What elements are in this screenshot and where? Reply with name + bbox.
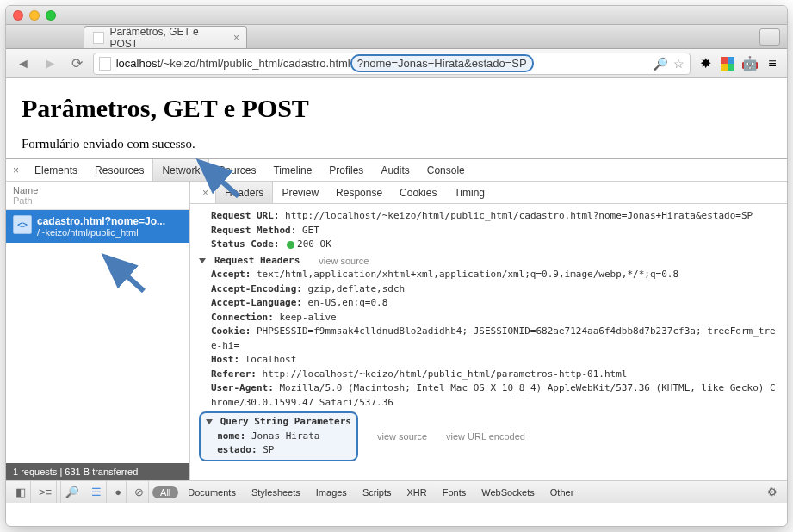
back-button[interactable]: ◄ (13, 56, 34, 71)
tab-close-icon[interactable]: × (233, 32, 239, 44)
filter-other[interactable]: Other (544, 487, 580, 498)
request-method-label: Request Method: (211, 225, 296, 236)
svg-rect-3 (728, 64, 734, 71)
subtab-response[interactable]: Response (327, 182, 391, 203)
record-button[interactable]: ● (110, 481, 127, 503)
request-row[interactable]: <> cadastro.html?nome=Jo... /~keizo/html… (6, 210, 189, 243)
zoom-window-button[interactable] (46, 10, 56, 21)
preserve-log-button[interactable]: ☰ (87, 481, 107, 503)
tab-console[interactable]: Console (418, 159, 474, 181)
status-code-value: 200 OK (297, 238, 331, 250)
tab-timeline[interactable]: Timeline (264, 159, 320, 181)
header-host-label: Host: (211, 354, 239, 365)
status-code-label: Status Code: (211, 238, 279, 250)
tab-title: Parâmetros, GET e POST (109, 26, 224, 50)
request-url-label: Request URL: (211, 210, 279, 221)
minimize-window-button[interactable] (29, 10, 40, 21)
new-tab-button[interactable] (759, 28, 780, 46)
view-url-encoded-link[interactable]: view URL encoded (446, 430, 525, 444)
view-source-link[interactable]: view source (319, 254, 369, 269)
page-heading: Parâmetros, GET e POST (22, 94, 771, 123)
disclosure-triangle-icon[interactable] (206, 419, 213, 424)
devtools-close-icon[interactable]: × (6, 164, 26, 176)
header-user-agent-label: User-Agent: (211, 382, 274, 393)
view-source-link[interactable]: view source (377, 430, 427, 444)
header-accept-encoding-label: Accept-Encoding: (211, 283, 302, 294)
header-accept-language-label: Accept-Language: (211, 297, 302, 308)
tab-audits[interactable]: Audits (372, 159, 418, 181)
header-referer-label: Referer: (211, 368, 257, 380)
annotation-arrow (101, 252, 152, 298)
header-accept-language-value: en-US,en;q=0.8 (308, 297, 388, 308)
document-icon: <> (13, 215, 32, 234)
status-dot-icon (287, 241, 294, 249)
bookmark-star-icon[interactable]: ☆ (673, 57, 685, 71)
dock-button[interactable]: ◧ (11, 481, 31, 503)
disclosure-triangle-icon[interactable] (199, 258, 206, 263)
filter-documents[interactable]: Documents (182, 487, 242, 498)
browser-tab[interactable]: Parâmetros, GET e POST × (84, 26, 247, 48)
tab-elements[interactable]: Elements (26, 159, 86, 181)
svg-rect-2 (721, 64, 728, 71)
filter-images[interactable]: Images (310, 487, 353, 498)
page-icon (99, 57, 111, 71)
subtab-preview[interactable]: Preview (273, 182, 327, 203)
filter-fonts[interactable]: Fonts (437, 487, 473, 498)
settings-gear-icon[interactable]: ⚙ (763, 481, 782, 503)
search-button[interactable]: 🔍 (60, 481, 84, 503)
search-icon[interactable]: 🔍 (654, 57, 668, 71)
devtools-footer: ◧ >≡ 🔍 ☰ ● ⊘ All Documents Stylesheets I… (6, 480, 787, 503)
svg-line-5 (105, 257, 144, 291)
request-path: /~keizo/html/public_html (37, 227, 165, 238)
qsp-estado-label: estado: (217, 444, 257, 455)
network-request-list: Name Path <> cadastro.html?nome=Jo... /~… (6, 182, 190, 480)
subtab-timing[interactable]: Timing (445, 182, 493, 203)
extension-color-icon[interactable] (720, 56, 735, 71)
request-headers-section[interactable]: Request Headers (214, 254, 300, 269)
url-host: localhost (116, 57, 160, 70)
header-cookie-label: Cookie: (211, 325, 251, 337)
url-path: /~keizo/html/public_html/cadastro.html (160, 57, 350, 70)
col-header-name: Name (13, 185, 38, 195)
request-url-value: http://localhost/~keizo/html/public_html… (285, 210, 753, 221)
tab-profiles[interactable]: Profiles (320, 159, 372, 181)
console-drawer-button[interactable]: >≡ (34, 481, 57, 503)
header-accept-encoding-value: gzip,deflate,sdch (308, 283, 406, 294)
request-name: cadastro.html?nome=Jo... (37, 215, 165, 227)
browser-tab-strip: Parâmetros, GET e POST × (6, 25, 787, 49)
close-window-button[interactable] (13, 10, 23, 21)
page-content: Parâmetros, GET e POST Formulário enviad… (6, 78, 787, 158)
tab-resources[interactable]: Resources (86, 159, 152, 181)
svg-line-4 (200, 162, 239, 196)
url-query-highlight: ?nome=Jonas+Hirata&estado=SP (350, 54, 534, 72)
header-referer-value: http://localhost/~keizo/html/public_html… (263, 368, 628, 380)
filter-websockets[interactable]: WebSockets (475, 487, 541, 498)
request-method-value: GET (302, 225, 319, 236)
annotation-arrow (195, 158, 247, 203)
reload-button[interactable]: ⟳ (68, 55, 86, 71)
page-message: Formulário enviado com sucesso. (22, 137, 771, 152)
chrome-menu-icon[interactable]: ≡ (765, 56, 780, 71)
qsp-estado-value: SP (263, 444, 274, 455)
tab-favicon (93, 32, 104, 44)
header-host-value: localhost (245, 354, 297, 365)
header-connection-label: Connection: (211, 312, 274, 323)
devtools-tab-bar: × Elements Resources Network Sources Tim… (6, 159, 787, 182)
filter-all[interactable]: All (152, 486, 178, 498)
clear-button[interactable]: ⊘ (130, 481, 149, 503)
devtools-panel: × Elements Resources Network Sources Tim… (6, 158, 787, 503)
network-status-bar: 1 requests | 631 B transferred (6, 463, 189, 480)
address-bar[interactable]: localhost /~keizo/html/public_html/cadas… (93, 53, 691, 75)
extension-android-icon[interactable]: 🤖 (742, 56, 758, 71)
forward-button[interactable]: ► (40, 56, 61, 71)
filter-xhr[interactable]: XHR (401, 487, 433, 498)
header-accept-value: text/html,application/xhtml+xml,applicat… (257, 269, 678, 280)
header-user-agent-value: Mozilla/5.0 (Macintosh; Intel Mac OS X 1… (211, 382, 776, 408)
filter-scripts[interactable]: Scripts (356, 487, 398, 498)
request-detail: × Headers Preview Response Cookies Timin… (190, 182, 787, 480)
extension-gear-icon[interactable]: ✸ (697, 56, 713, 71)
filter-stylesheets[interactable]: Stylesheets (245, 487, 307, 498)
subtab-cookies[interactable]: Cookies (391, 182, 445, 203)
browser-toolbar: ◄ ► ⟳ localhost /~keizo/html/public_html… (6, 49, 787, 78)
qsp-section[interactable]: Query String Parameters (220, 416, 351, 427)
